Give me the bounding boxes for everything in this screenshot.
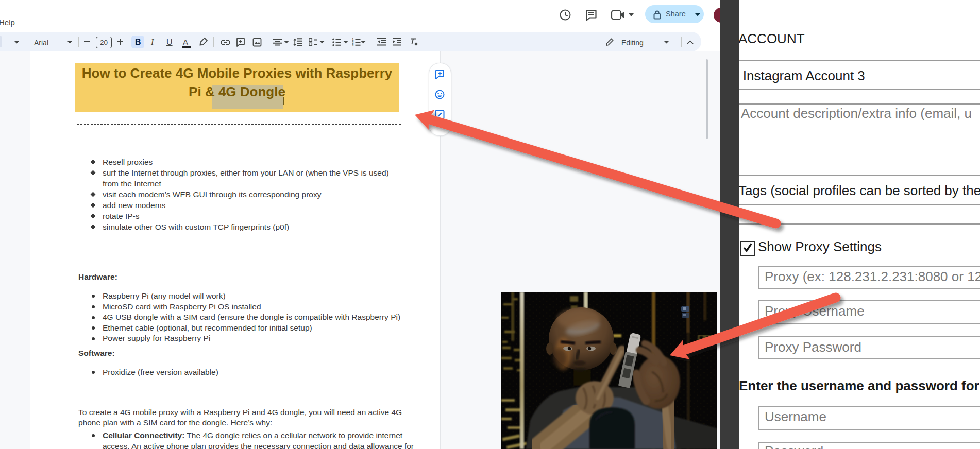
svg-text:3: 3	[352, 44, 354, 47]
